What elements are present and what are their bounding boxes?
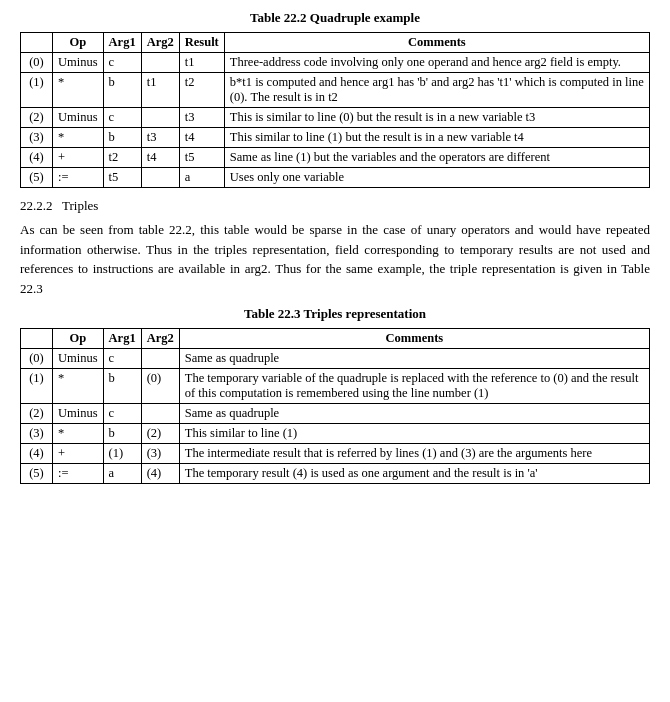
- row-arg2: [141, 168, 179, 188]
- row-num: (2): [21, 108, 53, 128]
- quadruple-table: Op Arg1 Arg2 Result Comments (0) Uminus …: [20, 32, 650, 188]
- table-row: (3) * b t3 t4 This similar to line (1) b…: [21, 128, 650, 148]
- triples-table: Op Arg1 Arg2 Comments (0) Uminus c Same …: [20, 328, 650, 484]
- row-comments: b*t1 is computed and hence arg1 has 'b' …: [224, 73, 649, 108]
- row2-arg1: (1): [103, 444, 141, 464]
- row-arg2: t3: [141, 128, 179, 148]
- row2-arg2: [141, 404, 179, 424]
- row2-comments: The temporary variable of the quadruple …: [179, 369, 649, 404]
- col2-comments: Comments: [179, 329, 649, 349]
- table-row: (5) := t5 a Uses only one variable: [21, 168, 650, 188]
- row-num: (1): [21, 73, 53, 108]
- table-row: (3) * b (2) This similar to line (1): [21, 424, 650, 444]
- row-num: (5): [21, 168, 53, 188]
- row2-comments: Same as quadruple: [179, 404, 649, 424]
- row2-arg1: b: [103, 369, 141, 404]
- row2-op: *: [53, 424, 104, 444]
- table1-title: Table 22.2 Quadruple example: [20, 10, 650, 26]
- row2-arg1: c: [103, 404, 141, 424]
- row2-num: (0): [21, 349, 53, 369]
- triples-paragraph: As can be seen from table 22.2, this tab…: [20, 220, 650, 298]
- row-num: (3): [21, 128, 53, 148]
- row2-op: Uminus: [53, 404, 104, 424]
- subsection-title: 22.2.2 Triples: [20, 198, 650, 214]
- row2-arg2: (3): [141, 444, 179, 464]
- table-row: (0) Uminus c Same as quadruple: [21, 349, 650, 369]
- subsection-number: 22.2.2: [20, 198, 53, 213]
- col-num: [21, 33, 53, 53]
- row-result: t2: [179, 73, 224, 108]
- row2-arg1: a: [103, 464, 141, 484]
- table-row: (2) Uminus c Same as quadruple: [21, 404, 650, 424]
- col-arg2: Arg2: [141, 33, 179, 53]
- row-arg1: c: [103, 108, 141, 128]
- col2-arg1: Arg1: [103, 329, 141, 349]
- table-row: (0) Uminus c t1 Three-address code invol…: [21, 53, 650, 73]
- row2-arg1: b: [103, 424, 141, 444]
- row2-num: (1): [21, 369, 53, 404]
- table-row: (4) + t2 t4 t5 Same as line (1) but the …: [21, 148, 650, 168]
- row-num: (0): [21, 53, 53, 73]
- subsection-label: Triples: [62, 198, 98, 213]
- row-arg1: t5: [103, 168, 141, 188]
- row-result: t5: [179, 148, 224, 168]
- table2-title: Table 22.3 Triples representation: [20, 306, 650, 322]
- row2-arg2: (2): [141, 424, 179, 444]
- row2-num: (2): [21, 404, 53, 424]
- row2-comments: The intermediate result that is referred…: [179, 444, 649, 464]
- row-op: *: [53, 128, 104, 148]
- row-comments: Same as line (1) but the variables and t…: [224, 148, 649, 168]
- row2-comments: The temporary result (4) is used as one …: [179, 464, 649, 484]
- row-arg2: t1: [141, 73, 179, 108]
- row-op: :=: [53, 168, 104, 188]
- col-result: Result: [179, 33, 224, 53]
- row-result: a: [179, 168, 224, 188]
- row2-arg2: [141, 349, 179, 369]
- table-row: (1) * b t1 t2 b*t1 is computed and hence…: [21, 73, 650, 108]
- row-result: t3: [179, 108, 224, 128]
- row2-num: (5): [21, 464, 53, 484]
- row-result: t4: [179, 128, 224, 148]
- table-row: (2) Uminus c t3 This is similar to line …: [21, 108, 650, 128]
- row2-arg2: (0): [141, 369, 179, 404]
- row2-num: (4): [21, 444, 53, 464]
- row-arg2: [141, 53, 179, 73]
- row2-op: *: [53, 369, 104, 404]
- row-comments: Uses only one variable: [224, 168, 649, 188]
- table1-header-row: Op Arg1 Arg2 Result Comments: [21, 33, 650, 53]
- row-result: t1: [179, 53, 224, 73]
- col2-num: [21, 329, 53, 349]
- row-num: (4): [21, 148, 53, 168]
- row-arg1: b: [103, 73, 141, 108]
- col2-op: Op: [53, 329, 104, 349]
- col-comments: Comments: [224, 33, 649, 53]
- row-arg1: c: [103, 53, 141, 73]
- col2-arg2: Arg2: [141, 329, 179, 349]
- row-op: Uminus: [53, 53, 104, 73]
- col-arg1: Arg1: [103, 33, 141, 53]
- table-row: (1) * b (0) The temporary variable of th…: [21, 369, 650, 404]
- row-arg2: [141, 108, 179, 128]
- row-op: +: [53, 148, 104, 168]
- row2-num: (3): [21, 424, 53, 444]
- row-arg2: t4: [141, 148, 179, 168]
- table2-header-row: Op Arg1 Arg2 Comments: [21, 329, 650, 349]
- row2-op: :=: [53, 464, 104, 484]
- row2-op: Uminus: [53, 349, 104, 369]
- row2-arg2: (4): [141, 464, 179, 484]
- row2-arg1: c: [103, 349, 141, 369]
- row-comments: Three-address code involving only one op…: [224, 53, 649, 73]
- row-op: Uminus: [53, 108, 104, 128]
- row2-comments: Same as quadruple: [179, 349, 649, 369]
- row-op: *: [53, 73, 104, 108]
- table-row: (4) + (1) (3) The intermediate result th…: [21, 444, 650, 464]
- row-arg1: t2: [103, 148, 141, 168]
- row-comments: This similar to line (1) but the result …: [224, 128, 649, 148]
- row-comments: This is similar to line (0) but the resu…: [224, 108, 649, 128]
- col-op: Op: [53, 33, 104, 53]
- row-arg1: b: [103, 128, 141, 148]
- row2-op: +: [53, 444, 104, 464]
- row2-comments: This similar to line (1): [179, 424, 649, 444]
- table-row: (5) := a (4) The temporary result (4) is…: [21, 464, 650, 484]
